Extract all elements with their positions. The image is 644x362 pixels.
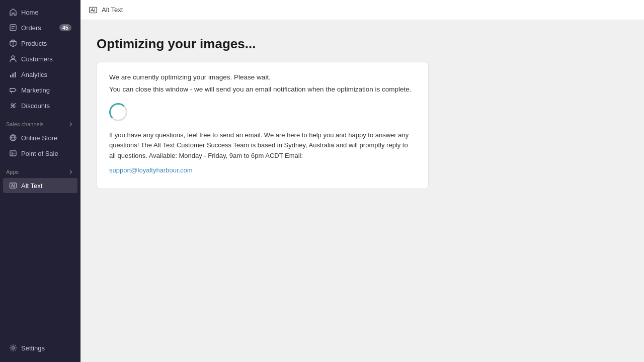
sidebar-item-customers-label: Customers [21, 55, 71, 63]
svg-point-1 [12, 56, 15, 59]
customers-icon [9, 55, 17, 63]
sidebar-item-home-label: Home [21, 9, 71, 16]
sidebar-item-analytics[interactable]: Analytics [3, 67, 77, 82]
sidebar-item-home[interactable]: Home [3, 5, 77, 20]
sidebar-item-discounts-label: Discounts [21, 102, 71, 110]
spinner-container [109, 103, 416, 121]
loading-spinner [109, 103, 127, 121]
sidebar: Home Orders 45 Products [0, 0, 80, 362]
gear-icon [9, 344, 17, 352]
status-card: We are currently optimizing your images.… [97, 62, 429, 189]
app-icon [9, 182, 17, 190]
sidebar-item-point-of-sale[interactable]: Point of Sale [3, 146, 77, 161]
sidebar-item-discounts[interactable]: Discounts [3, 98, 77, 113]
home-icon [9, 8, 17, 16]
sales-channels-header[interactable]: Sales channels [0, 114, 80, 130]
pos-icon [9, 149, 17, 157]
discounts-icon [9, 102, 17, 110]
breadcrumb-text: Alt Text [102, 6, 123, 14]
orders-icon [9, 24, 17, 32]
svg-point-6 [13, 106, 15, 108]
products-icon [9, 39, 17, 47]
sales-channels-label: Sales channels [6, 121, 44, 127]
settings-label: Settings [21, 344, 71, 352]
analytics-icon [9, 70, 17, 78]
chevron-right-icon [67, 121, 74, 128]
marketing-icon [9, 86, 17, 94]
sidebar-nav: Home Orders 45 Products [0, 0, 80, 340]
svg-rect-3 [13, 73, 14, 77]
card-line1: We are currently optimizing your images.… [109, 72, 416, 82]
main-content: Alt Text Optimizing your images... We ar… [80, 0, 644, 362]
sidebar-item-products-label: Products [21, 40, 71, 47]
svg-rect-0 [10, 25, 16, 31]
sidebar-bottom: Settings [0, 340, 80, 362]
sidebar-item-orders[interactable]: Orders 45 [3, 20, 77, 35]
card-info-text: If you have any questions, feel free to … [109, 130, 416, 161]
apps-label: Apps [6, 169, 19, 175]
apps-header[interactable]: Apps [0, 161, 80, 177]
sidebar-item-marketing-label: Marketing [21, 86, 71, 94]
support-email-link[interactable]: support@loyaltyharbour.com [109, 166, 193, 174]
sidebar-item-orders-label: Orders [21, 24, 55, 32]
sidebar-item-online-store[interactable]: Online Store [3, 130, 77, 145]
sidebar-item-analytics-label: Analytics [21, 71, 71, 78]
sidebar-item-settings[interactable]: Settings [3, 340, 77, 355]
page-title: Optimizing your images... [97, 36, 628, 52]
chevron-right-icon-2 [67, 168, 74, 175]
svg-point-10 [12, 347, 15, 349]
content-area: Optimizing your images... We are current… [80, 20, 644, 362]
sidebar-item-customers[interactable]: Customers [3, 51, 77, 66]
sidebar-item-marketing[interactable]: Marketing [3, 82, 77, 98]
online-store-icon [9, 134, 17, 142]
sidebar-item-alt-text-label: Alt Text [21, 182, 71, 190]
svg-rect-2 [10, 75, 12, 77]
sidebar-item-products[interactable]: Products [3, 36, 77, 51]
card-line2: You can close this window - we will send… [109, 84, 416, 95]
orders-badge: 45 [59, 24, 71, 31]
svg-rect-4 [15, 72, 16, 77]
breadcrumb-icon [89, 6, 98, 15]
sidebar-item-online-store-label: Online Store [21, 134, 71, 142]
sidebar-item-alt-text[interactable]: Alt Text [3, 178, 77, 193]
svg-point-5 [11, 104, 13, 106]
topbar: Alt Text [80, 0, 644, 20]
sidebar-item-pos-label: Point of Sale [21, 150, 71, 157]
